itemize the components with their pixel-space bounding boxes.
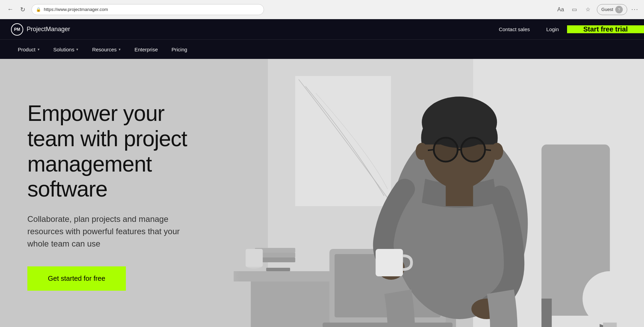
favorites-icon[interactable]: ☆ <box>583 5 593 14</box>
chevron-down-icon: ▾ <box>119 47 121 52</box>
hero-cta-button[interactable]: Get started for free <box>27 266 126 291</box>
nav-label-solutions: Solutions <box>53 47 75 52</box>
logo-link[interactable]: PM ProjectManager <box>11 23 70 36</box>
url-text: https://www.projectmanager.com <box>44 7 108 12</box>
start-trial-button[interactable]: Start free trial <box>567 25 644 33</box>
contact-sales-link[interactable]: Contact sales <box>490 26 538 32</box>
nav-label-product: Product <box>18 47 36 52</box>
guest-profile-button[interactable]: Guest ? <box>597 4 627 15</box>
nav-item-enterprise[interactable]: Enterprise <box>128 40 165 59</box>
svg-point-26 <box>434 138 457 161</box>
nav-item-solutions[interactable]: Solutions ▾ <box>47 40 86 59</box>
refresh-button[interactable]: ↻ <box>18 5 27 14</box>
logo-icon: PM <box>11 23 23 36</box>
read-mode-icon[interactable]: Aa <box>556 5 565 14</box>
hero-section: Empower your team with project managemen… <box>0 59 644 327</box>
login-link[interactable]: Login <box>538 26 567 32</box>
address-bar[interactable]: 🔒 https://www.projectmanager.com <box>31 4 264 15</box>
guest-label: Guest <box>601 7 613 12</box>
svg-rect-30 <box>446 186 473 206</box>
site-header-wrapper: PM ProjectManager Contact sales Login St… <box>0 19 644 59</box>
nav-label-enterprise: Enterprise <box>134 47 158 52</box>
back-button[interactable]: ← <box>5 5 15 14</box>
svg-point-28 <box>416 143 428 160</box>
svg-point-36 <box>582 271 637 326</box>
browser-right-icons: Aa ▭ ☆ Guest ? ··· <box>556 4 639 15</box>
svg-point-27 <box>462 138 484 161</box>
chevron-down-icon: ▾ <box>76 47 78 52</box>
header-right-actions: Contact sales Login Start free trial <box>490 25 644 33</box>
hero-subtitle: Collaborate, plan projects and manage re… <box>27 213 198 250</box>
chevron-down-icon: ▾ <box>38 47 40 52</box>
guest-avatar: ? <box>615 6 623 13</box>
svg-rect-37 <box>603 323 617 327</box>
nav-item-product[interactable]: Product ▾ <box>11 40 47 59</box>
hero-title: Empower your team with project managemen… <box>27 101 212 202</box>
lock-icon: 🔒 <box>36 7 41 12</box>
nav-item-pricing[interactable]: Pricing <box>165 40 194 59</box>
hero-content: Empower your team with project managemen… <box>0 101 239 290</box>
cast-icon[interactable]: ▭ <box>569 5 579 14</box>
nav-label-pricing: Pricing <box>172 47 187 52</box>
nav-label-resources: Resources <box>92 47 117 52</box>
browser-nav-buttons: ← ↻ <box>5 5 27 14</box>
browser-chrome: ← ↻ 🔒 https://www.projectmanager.com Aa … <box>0 0 644 19</box>
header-nav-bar: Product ▾ Solutions ▾ Resources ▾ Enterp… <box>0 40 644 59</box>
svg-rect-32 <box>376 249 403 276</box>
svg-point-29 <box>491 143 503 160</box>
nav-item-resources[interactable]: Resources ▾ <box>85 40 128 59</box>
header-top-bar: PM ProjectManager Contact sales Login St… <box>0 19 644 40</box>
svg-rect-16 <box>541 299 552 327</box>
logo-name: ProjectManager <box>27 26 70 33</box>
main-nav: Product ▾ Solutions ▾ Resources ▾ Enterp… <box>11 40 194 59</box>
browser-more-menu[interactable]: ··· <box>631 6 639 13</box>
